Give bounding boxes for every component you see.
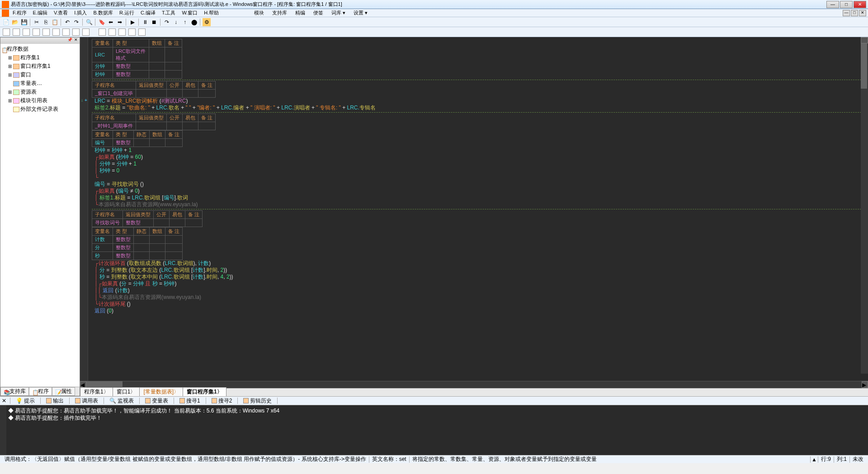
menu-edit[interactable]: E.编辑 xyxy=(30,9,50,16)
close-button[interactable]: ✕ xyxy=(854,1,866,8)
menu-notes[interactable]: 便签 xyxy=(310,9,327,16)
tab-const[interactable]: [常量数据表]〉 xyxy=(139,387,183,396)
menu-settings[interactable]: 设置 ▾ xyxy=(350,9,371,16)
tree-const[interactable]: 常量表… xyxy=(20,80,42,87)
tool-icon-1[interactable] xyxy=(3,28,10,36)
sidebar-close-icon[interactable]: ✕ xyxy=(73,38,79,43)
tree-modref[interactable]: 模块引用表 xyxy=(20,97,47,104)
tree-programset1[interactable]: 程序集1 xyxy=(20,54,40,62)
new-icon[interactable]: 📄 xyxy=(2,18,10,26)
menu-refine[interactable]: 精编 xyxy=(292,9,309,16)
vertical-scrollbar[interactable] xyxy=(861,37,868,374)
var-table-1: 变量名类 型数组备 注 LRCLRC歌词文件格式 分钟整数型 秒钟整数型 xyxy=(92,39,182,79)
bookmark-icon[interactable]: 🔖 xyxy=(98,18,106,26)
sidetab-program[interactable]: 📋程序 xyxy=(29,387,52,396)
tree-root[interactable]: 程序数据 xyxy=(7,45,28,53)
breakpoint-icon[interactable]: ⬤ xyxy=(190,18,198,26)
tree-winprogset1[interactable]: 窗口程序集1 xyxy=(20,62,51,70)
undo-icon[interactable]: ↶ xyxy=(63,18,71,26)
tree-resource[interactable]: 资源表 xyxy=(20,88,37,96)
sidebar-pin-icon[interactable]: 📌 xyxy=(67,38,72,43)
menu-support[interactable]: 支持库 xyxy=(269,9,291,16)
sidebar: 📌 ✕ 📋程序数据 ⊞程序集1 ⊞窗口程序集1 ⊞窗口 常量表… ⊞资源表 ⊞模… xyxy=(0,37,80,396)
stop-icon[interactable]: ⏹ xyxy=(150,18,158,26)
status-expand-icon[interactable]: ▲ xyxy=(811,456,817,463)
btab-vartable[interactable]: 变量表 xyxy=(143,397,170,405)
open-icon[interactable]: 📂 xyxy=(11,18,19,26)
toolbar: 📄 📂 💾 ✂ ⎘ 📋 ↶ ↷ 🔍 🔖 ⬅ ➡ ▶ ⏸ ⏹ ↷ ↓ ↑ ⬤ ⚙ xyxy=(0,17,868,27)
step-over-icon[interactable]: ↷ xyxy=(163,18,171,26)
btab-search1[interactable]: 搜寻1 xyxy=(178,397,202,405)
btab-watch[interactable]: 🔍监视表 xyxy=(108,397,136,405)
minimize-button[interactable]: — xyxy=(826,1,839,8)
tool-icon-8[interactable] xyxy=(72,28,80,36)
tool-icon-14[interactable] xyxy=(138,28,146,36)
bookmark-next-icon[interactable]: ➡ xyxy=(116,18,124,26)
mdi-min-button[interactable]: — xyxy=(843,10,850,16)
console[interactable]: ◆ 易语言助手提醒您：易语言助手加载完毕！，智能编译开启成功！ 当前易版本：5.… xyxy=(0,405,868,455)
menu-tools[interactable]: T.工具 xyxy=(159,9,179,16)
run-icon[interactable]: ▶ xyxy=(128,18,137,26)
project-tree[interactable]: 📋程序数据 ⊞程序集1 ⊞窗口程序集1 ⊞窗口 常量表… ⊞资源表 ⊞模块引用表… xyxy=(0,44,80,387)
toolbar-secondary xyxy=(0,27,868,37)
menu-database[interactable]: B.数据库 xyxy=(90,9,115,16)
menu-module[interactable]: 模块 xyxy=(250,9,268,16)
menu-insert[interactable]: I.插入 xyxy=(71,9,90,16)
code-editor[interactable]: 变量名类 型数组备 注 LRCLRC歌词文件格式 分钟整数型 秒钟整数型 子程序… xyxy=(80,37,868,396)
status-row: 行:9 xyxy=(819,455,833,463)
paste-icon[interactable]: 📋 xyxy=(51,18,59,26)
sidetab-support[interactable]: 📚支持库 xyxy=(0,387,29,396)
mdi-max-button[interactable]: □ xyxy=(851,10,858,16)
status-col: 列:1 xyxy=(835,455,849,463)
btab-calltable[interactable]: 调用表 xyxy=(73,397,100,405)
menu-help[interactable]: H.帮助 xyxy=(201,9,222,16)
redo-icon[interactable]: ↷ xyxy=(72,18,80,26)
step-out-icon[interactable]: ↑ xyxy=(181,18,189,26)
tree-window[interactable]: 窗口 xyxy=(20,71,31,79)
bottom-close-icon[interactable]: ✕ xyxy=(2,398,6,404)
app-icon xyxy=(2,1,9,8)
step-into-icon[interactable]: ↓ xyxy=(172,18,180,26)
menu-compile[interactable]: C.编译 xyxy=(138,9,158,16)
menu-view[interactable]: V.查看 xyxy=(51,9,71,16)
maximize-button[interactable]: □ xyxy=(840,1,853,8)
tab-winprogset1[interactable]: 窗口程序集1〉 xyxy=(183,387,226,396)
menu-program[interactable]: F.程序 xyxy=(10,9,29,16)
console-line: ◆ 易语言助手提醒您：易语言助手加载完毕！，智能编译开启成功！ 当前易版本：5.… xyxy=(8,407,866,414)
tool-icon-10[interactable] xyxy=(99,28,106,36)
mdi-close-button[interactable]: ✕ xyxy=(859,10,866,16)
tool-icon-11[interactable] xyxy=(108,28,116,36)
btab-output[interactable]: 输出 xyxy=(44,397,66,405)
app-icon-small xyxy=(2,9,9,17)
tool-icon-7[interactable] xyxy=(62,28,70,36)
copy-icon[interactable]: ⎘ xyxy=(42,18,50,26)
btab-hint[interactable]: 💡提示 xyxy=(14,397,37,405)
tool-icon-3[interactable] xyxy=(23,28,30,36)
tool-icon-5[interactable] xyxy=(42,28,50,36)
menu-run[interactable]: R.运行 xyxy=(117,9,137,16)
tab-window1[interactable]: 窗口1〉 xyxy=(113,387,140,396)
bookmark-prev-icon[interactable]: ⬅ xyxy=(107,18,115,26)
compile-icon[interactable]: ⚙ xyxy=(203,18,211,26)
sidetab-props[interactable]: 📝属性 xyxy=(52,387,75,396)
cut-icon[interactable]: ✂ xyxy=(33,18,41,26)
tab-programset1[interactable]: 程序集1〉 xyxy=(80,387,113,396)
tool-icon-4[interactable] xyxy=(33,28,40,36)
horizontal-scrollbar[interactable]: ◀▶ xyxy=(80,381,868,388)
tool-icon-13[interactable] xyxy=(128,28,136,36)
status-usage: 调用格式：〈无返回值〉赋值（通用型变量/变量数组 被赋值的变量或变量数组，通用型… xyxy=(3,455,368,463)
menu-bar: F.程序 E.编辑 V.查看 I.插入 B.数据库 R.运行 C.编译 T.工具… xyxy=(0,9,868,17)
pause-icon[interactable]: ⏸ xyxy=(141,18,149,26)
save-icon[interactable]: 💾 xyxy=(20,18,28,26)
title-bar: 易语言(加密狗版) - G:\拷贝\替换\3------进阶教程源码----\L… xyxy=(0,0,868,9)
btab-search2[interactable]: 搜寻2 xyxy=(210,397,234,405)
tool-icon-2[interactable] xyxy=(13,28,20,36)
find-icon[interactable]: 🔍 xyxy=(85,18,93,26)
tool-icon-12[interactable] xyxy=(118,28,126,36)
tree-extfile[interactable]: 外部文件记录表 xyxy=(20,105,58,113)
tool-icon-6[interactable] xyxy=(52,28,60,36)
menu-window[interactable]: W.窗口 xyxy=(179,9,200,16)
btab-cliphist[interactable]: 剪辑历史 xyxy=(241,397,274,405)
menu-dict[interactable]: 词库 ▾ xyxy=(328,9,349,16)
tool-icon-9[interactable] xyxy=(82,28,90,36)
